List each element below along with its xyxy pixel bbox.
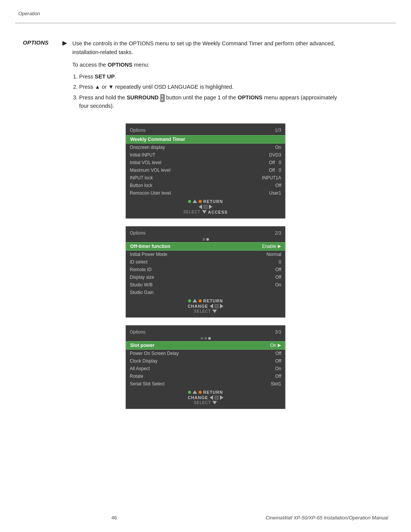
menu1-r2-label: Initial INPUT: [130, 152, 155, 158]
menu2-page: 2/3: [275, 230, 281, 236]
footer-page: 46: [23, 515, 206, 521]
menu2-hl-label: Off-timer function: [130, 244, 170, 249]
menu1-r5-value: INPUT1A: [262, 175, 281, 181]
value-arrow-icon: ▶: [278, 244, 281, 249]
menu2-hl-value: Enable ▶: [262, 244, 281, 249]
page-label: Operation: [18, 11, 40, 16]
return-label: RETURN: [203, 199, 223, 204]
menu1-row-6: Button lock Off: [126, 182, 285, 189]
footer: 46 CinemaWall XP-50/XP-65 Installation/O…: [0, 515, 411, 521]
menu3-controls: RETURN CHANGE SELECT: [126, 390, 285, 405]
menu1-row-2: Initial INPUT DVD3: [126, 151, 285, 159]
menu3-hl-value: On ▶: [270, 343, 281, 348]
square-icon: [204, 205, 207, 209]
menu1-r1-value: On: [275, 145, 281, 150]
dot2-m3: [204, 337, 207, 340]
menu3-row-2: Clock Display Off: [126, 357, 285, 365]
options-description: Use the controls in the OPTIONS menu to …: [72, 39, 339, 113]
down-arrow-icon: [202, 210, 207, 214]
menu1-r5-label: INPUT lock: [130, 175, 153, 181]
access-end: menu:: [134, 62, 149, 68]
menu1-row-1: Onscreen display On: [126, 144, 285, 151]
menu3-ctrl-line3: SELECT: [194, 401, 217, 405]
menu1-row-5: INPUT lock INPUT1A: [126, 174, 285, 182]
menu1-r2-value: DVD3: [269, 152, 281, 158]
menu3-page: 3/3: [275, 329, 281, 335]
menu3-hl-label: Slot power: [130, 343, 155, 348]
menu1-r4-value: Off 0: [269, 168, 281, 173]
menu2-row-2: ID select 0: [126, 258, 285, 266]
return-label3: RETURN: [203, 390, 223, 395]
menu3-ctrl-line2: CHANGE: [188, 395, 223, 400]
select-label2: SELECT: [194, 309, 211, 313]
down-arrow-icon2: [212, 310, 217, 313]
menu1-controls: RETURN SELECT ACCESS: [126, 199, 285, 214]
return-label2: RETURN: [203, 299, 223, 303]
right-arrow-icon2: [220, 304, 223, 308]
menu-box-3: Options 3/3 Slot power On ▶ Power On Scr…: [126, 325, 285, 409]
menu1-r7-label: Remocon User level: [130, 190, 171, 196]
options-label: OPTIONS: [23, 39, 61, 46]
access-label: ACCESS: [208, 210, 228, 214]
dot-orange-icon2: [199, 299, 202, 302]
right-arrow-icon: [209, 204, 212, 209]
dot2: [206, 238, 209, 241]
select-label3: SELECT: [194, 401, 211, 405]
options-section: OPTIONS ▶ Use the controls in the OPTION…: [23, 39, 388, 113]
menu2-title-bar: Options 2/3: [126, 230, 285, 238]
menu2-ctrl-line3: SELECT: [194, 309, 217, 313]
menu2-controls: RETURN CHANGE SELECT: [126, 299, 285, 313]
square-icon3: [215, 396, 218, 399]
right-arrow-icon3: [220, 395, 223, 400]
dot3-m3: [208, 337, 211, 340]
square-icon2: [215, 304, 218, 308]
menu1-page: 1/3: [275, 128, 281, 133]
menu1-r6-value: Off: [275, 183, 281, 188]
change-label3: CHANGE: [188, 395, 208, 400]
menu2-page-dots: [126, 238, 285, 241]
menu2-title: Options: [130, 230, 145, 236]
menu3-row-3: All Aspect On: [126, 365, 285, 372]
menu3-highlighted-row: Slot power On ▶: [126, 341, 285, 350]
dot-orange-icon: [199, 200, 202, 203]
menu1-highlighted-row: Weekly Command Timer: [126, 135, 285, 144]
menu2-highlighted-row: Off-timer function Enable ▶: [126, 242, 285, 251]
menu3-page-dots: [126, 337, 285, 340]
menu3-title: Options: [130, 329, 145, 335]
menu3-row-5: Serial Slot Select Slot1: [126, 380, 285, 388]
menu-box-1: Options 1/3 Weekly Command Timer Onscree…: [126, 123, 285, 219]
menu-box-2: Options 2/3 Off-timer function Enable ▶ …: [126, 226, 285, 318]
menu1-ctrl-line1: RETURN: [188, 199, 223, 204]
menu2-row-6: Studio Gain: [126, 289, 285, 296]
dot1-m3: [201, 337, 203, 340]
menu1-r3-value: Off 0: [269, 160, 281, 165]
menu1-hl-label: Weekly Command Timer: [130, 137, 185, 142]
menu1-row-4: Maximum VOL level Off 0: [126, 166, 285, 174]
dot-green-icon2: [188, 299, 191, 302]
menu1-row-7: Remocon User level User1: [126, 189, 285, 197]
dot-green-icon: [188, 200, 191, 203]
dot-orange-icon3: [199, 391, 202, 394]
up-arrow-icon: [193, 200, 197, 203]
left-arrow-icon: [199, 204, 202, 209]
menu2-ctrl-line1: RETURN: [188, 299, 223, 303]
dot1: [202, 238, 205, 241]
up-arrow-icon2: [193, 299, 197, 302]
menu1-ctrl-line2: [199, 204, 212, 209]
left-arrow-icon3: [210, 395, 213, 400]
menu2-ctrl-line2: CHANGE: [188, 304, 223, 308]
menu1-r3-label: Initial VOL level: [130, 160, 161, 165]
access-intro: To access the: [72, 62, 106, 68]
up-arrow-icon3: [193, 390, 197, 394]
menu2-row-3: Remote ID Off: [126, 266, 285, 273]
left-arrow-icon2: [210, 304, 213, 308]
menu1-r4-label: Maximum VOL level: [130, 168, 170, 173]
change-label: CHANGE: [188, 304, 208, 308]
menu3-title-bar: Options 3/3: [126, 329, 285, 337]
menu1-ctrl-line3: SELECT ACCESS: [183, 210, 228, 214]
menu1-r7-value: User1: [269, 190, 281, 196]
menu1-r6-label: Button lock: [130, 183, 152, 188]
menu3-row-4: Rotate Off: [126, 372, 285, 380]
options-arrow: ▶: [62, 39, 67, 46]
value-arrow-icon3: ▶: [278, 343, 281, 348]
